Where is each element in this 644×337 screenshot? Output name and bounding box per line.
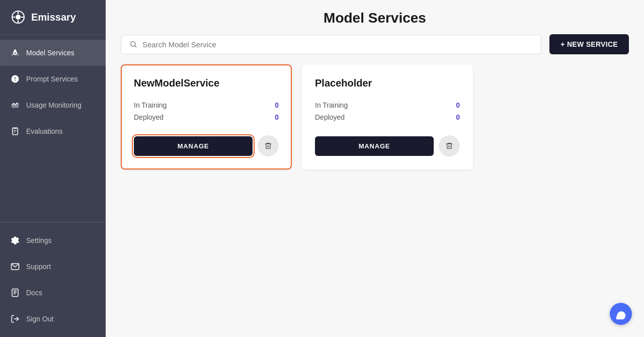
sidebar-item-usage-monitoring[interactable]: Usage Monitoring — [0, 92, 106, 118]
manage-button-new-model-service[interactable]: MANAGE — [134, 136, 253, 156]
sidebar-item-label: Usage Monitoring — [26, 101, 82, 109]
signout-icon — [10, 314, 20, 324]
card-stats: In Training 0 Deployed 0 — [134, 99, 279, 123]
sidebar-item-label: Support — [26, 263, 51, 271]
sidebar-item-settings[interactable]: Settings — [0, 227, 106, 254]
stat-label-in-training: In Training — [315, 101, 348, 109]
svg-point-1 — [16, 15, 21, 20]
search-input[interactable] — [142, 40, 533, 49]
stat-label-deployed: Deployed — [315, 113, 345, 121]
svg-point-9 — [131, 42, 135, 46]
sidebar-bottom: Settings Support Docs — [0, 222, 106, 337]
gear-icon — [10, 235, 20, 245]
cards-area: NewModelService In Training 0 Deployed 0… — [106, 64, 644, 170]
stat-row-deployed: Deployed 0 — [134, 111, 279, 123]
prompt-icon — [10, 74, 20, 84]
card-title: Placeholder — [315, 77, 460, 89]
envelope-icon — [10, 262, 20, 272]
card-actions: MANAGE — [315, 135, 460, 156]
delete-button-new-model-service[interactable] — [258, 135, 279, 156]
toolbar-row: + NEW SERVICE — [106, 34, 644, 64]
app-logo[interactable]: Emissary — [0, 0, 106, 35]
sidebar-item-label: Evaluations — [26, 127, 62, 135]
app-name: Emissary — [31, 12, 76, 23]
card-actions: MANAGE — [134, 135, 279, 156]
stat-row-deployed: Deployed 0 — [315, 111, 460, 123]
stat-label-deployed: Deployed — [134, 113, 164, 121]
stat-value-deployed: 0 — [456, 113, 460, 121]
service-card-new-model-service: NewModelService In Training 0 Deployed 0… — [121, 64, 292, 170]
sidebar-item-label: Prompt Services — [26, 75, 78, 83]
clipboard-icon — [10, 126, 20, 136]
stat-label-in-training: In Training — [134, 101, 167, 109]
page-title: Model Services — [196, 10, 553, 26]
delete-button-placeholder[interactable] — [439, 135, 460, 156]
manage-button-placeholder[interactable]: MANAGE — [315, 136, 434, 156]
sidebar-item-label: Docs — [26, 289, 42, 297]
chat-bubble[interactable] — [610, 303, 632, 325]
chart-icon — [10, 100, 20, 110]
sidebar-item-sign-out[interactable]: Sign Out — [0, 306, 106, 332]
sidebar-item-evaluations[interactable]: Evaluations — [0, 118, 106, 144]
main-content: Model Services + NEW SERVICE NewModelSer… — [106, 0, 644, 337]
sidebar-item-docs[interactable]: Docs — [0, 280, 106, 306]
sidebar-item-label: Model Services — [26, 49, 74, 57]
sidebar: Emissary Model Services Prompt Services — [0, 0, 106, 337]
card-title: NewModelService — [134, 77, 279, 89]
sidebar-item-prompt-services[interactable]: Prompt Services — [0, 66, 106, 92]
sidebar-nav: Model Services Prompt Services Usage Mon… — [0, 35, 106, 222]
sidebar-item-model-services[interactable]: Model Services — [0, 40, 106, 66]
card-stats: In Training 0 Deployed 0 — [315, 99, 460, 123]
stat-value-deployed: 0 — [275, 113, 279, 121]
new-service-button[interactable]: + NEW SERVICE — [549, 34, 629, 54]
service-card-placeholder: Placeholder In Training 0 Deployed 0 MAN… — [302, 64, 473, 170]
stat-value-in-training: 0 — [275, 101, 279, 109]
stat-value-in-training: 0 — [456, 101, 460, 109]
sidebar-item-label: Settings — [26, 236, 52, 244]
search-icon — [129, 40, 137, 48]
logo-icon — [10, 9, 26, 25]
stat-row-in-training: In Training 0 — [315, 99, 460, 111]
main-header: Model Services — [106, 0, 644, 34]
search-container — [121, 35, 541, 54]
sidebar-item-label: Sign Out — [26, 315, 53, 323]
sidebar-item-support[interactable]: Support — [0, 254, 106, 280]
rocket-icon — [10, 48, 20, 58]
docs-icon — [10, 288, 20, 298]
stat-row-in-training: In Training 0 — [134, 99, 279, 111]
